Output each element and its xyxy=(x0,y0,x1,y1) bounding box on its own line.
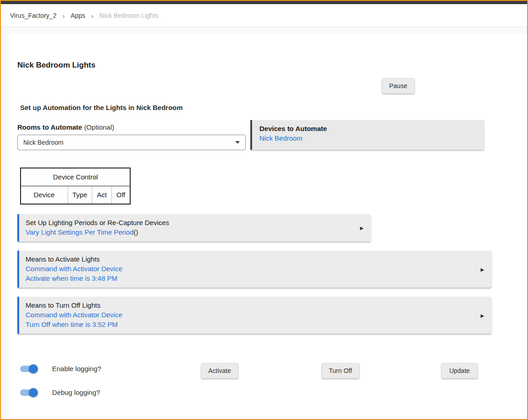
activator-device-link[interactable]: Command with Activator Device xyxy=(26,265,122,273)
column-header-off: Off xyxy=(111,186,130,204)
devices-to-automate-panel: Devices to Automate Nick Bedroom xyxy=(250,120,484,150)
update-button[interactable]: Update xyxy=(441,363,478,378)
breadcrumb-hub-link[interactable]: Virus_Factory_2 xyxy=(10,12,57,19)
pause-button[interactable]: Pause xyxy=(382,78,415,94)
rooms-label-text: Rooms to Automate xyxy=(17,123,82,131)
device-nick-bedroom-link[interactable]: Nick Bedroom xyxy=(259,134,302,142)
enable-logging-toggle[interactable] xyxy=(20,366,37,372)
expand-arrow-icon[interactable]: ▶ xyxy=(360,226,364,231)
means-to-turn-off-section[interactable]: Means to Turn Off Lights Command with Ac… xyxy=(17,297,491,334)
bottom-controls: Enable logging? Debug logging? Activate … xyxy=(17,357,527,417)
automation-subtitle: Set up Automation for the Lights in Nick… xyxy=(20,104,527,111)
lighting-periods-title: Set Up Lighting Periods or Re-Capture De… xyxy=(26,218,357,227)
column-header-act: Act xyxy=(92,186,112,204)
activate-time-link[interactable]: Activate when time is 3:48 PM xyxy=(26,274,117,282)
column-header-device: Device xyxy=(21,186,68,204)
debug-logging-label: Debug logging? xyxy=(52,388,100,396)
chevron-right-icon: › xyxy=(91,12,94,20)
expand-arrow-icon[interactable]: ▶ xyxy=(480,313,484,318)
rooms-label: Rooms to Automate (Optional) xyxy=(17,123,246,131)
device-control-table-title: Device Control xyxy=(21,168,130,186)
expand-arrow-icon[interactable]: ▶ xyxy=(480,267,484,272)
page-background: Nick Bedroom Lights Pause Set up Automat… xyxy=(1,27,527,419)
activate-button[interactable]: Activate xyxy=(201,363,238,378)
vary-light-settings-row: Vary Light Settings Per Time Period() xyxy=(26,227,357,237)
toggle-knob xyxy=(29,364,38,373)
enable-logging-label: Enable logging? xyxy=(52,365,101,373)
breadcrumb-apps-link[interactable]: Apps xyxy=(71,12,85,19)
rooms-selected-value: Nick Bedroom xyxy=(23,139,235,146)
rooms-to-automate-field: Rooms to Automate (Optional) Nick Bedroo… xyxy=(17,123,246,150)
rooms-optional-suffix: (Optional) xyxy=(84,123,114,131)
lighting-periods-section[interactable]: Set Up Lighting Periods or Re-Capture De… xyxy=(17,214,371,242)
toggle-knob xyxy=(29,388,38,397)
top-accent-bar xyxy=(1,1,527,4)
breadcrumb: Virus_Factory_2 › Apps › Nick Bedroom Li… xyxy=(1,4,527,27)
means-to-turn-off-title: Means to Turn Off Lights xyxy=(26,300,478,310)
breadcrumb-current-page: Nick Bedroom Lights xyxy=(100,12,158,19)
app-card: Nick Bedroom Lights Pause Set up Automat… xyxy=(9,34,527,419)
devices-panel-title: Devices to Automate xyxy=(259,125,477,132)
turnoff-time-link[interactable]: Turn Off when time is 3:52 PM xyxy=(26,320,118,328)
vary-light-settings-suffix: () xyxy=(134,228,138,236)
rooms-select[interactable]: Nick Bedroom xyxy=(17,135,246,150)
page-title: Nick Bedroom Lights xyxy=(17,34,527,70)
device-control-table: Device Control Device Type Act Off xyxy=(20,168,131,205)
turn-off-button[interactable]: Turn Off xyxy=(322,363,359,378)
turnoff-activator-device-link[interactable]: Command with Activator Device xyxy=(26,311,122,319)
debug-logging-toggle[interactable] xyxy=(20,389,37,396)
chevron-right-icon: › xyxy=(63,12,65,20)
column-header-type: Type xyxy=(68,186,92,204)
vary-light-settings-link[interactable]: Vary Light Settings Per Time Period xyxy=(26,228,134,236)
means-to-activate-section[interactable]: Means to Activate Lights Command with Ac… xyxy=(17,251,491,288)
means-to-activate-title: Means to Activate Lights xyxy=(26,254,478,264)
chevron-down-icon xyxy=(235,141,240,144)
